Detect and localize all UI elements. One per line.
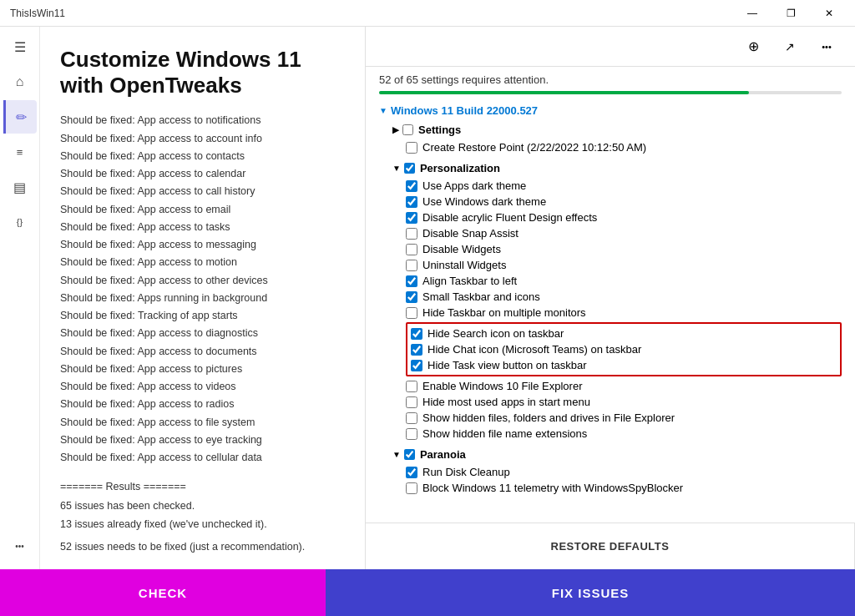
- sidebar-home[interactable]: ⌂: [3, 65, 37, 98]
- setting-item: Small Taskbar and icons: [379, 289, 842, 305]
- issue-item: Should be fixed: App access to tasks: [60, 219, 345, 236]
- issue-item: Should be fixed: App access to messaging: [60, 236, 345, 254]
- left-panel: Customize Windows 11with OpenTweaks Shou…: [40, 27, 366, 569]
- results-line4: 52 issues needs to be fixed (just a reco…: [60, 538, 345, 557]
- window-controls: — ❐ ✕: [733, 0, 848, 27]
- results-header: ======= Results =======: [60, 477, 345, 497]
- setting-item: Enable Windows 10 File Explorer: [379, 378, 842, 394]
- setting-item: Disable Snap Assist: [379, 225, 842, 241]
- paranoia-section-header[interactable]: ▼Paranoia: [379, 445, 842, 464]
- setting-item: Hide Chat icon (Microsoft Teams) on task…: [411, 341, 837, 357]
- sidebar-code[interactable]: {}: [3, 205, 37, 239]
- share-button[interactable]: ↗: [775, 32, 805, 62]
- issue-item: Should be fixed: App access to cellular …: [60, 449, 345, 464]
- add-button[interactable]: ⊕: [738, 32, 768, 62]
- issue-item: Should be fixed: App access to documents: [60, 343, 345, 361]
- issue-item: Should be fixed: App access to file syst…: [60, 414, 345, 432]
- setting-item: Run Disk Cleanup: [379, 464, 842, 480]
- results-line1: 65 issues has been checked.: [60, 497, 345, 516]
- setting-item: Use Apps dark theme: [379, 178, 842, 194]
- app-heading: Customize Windows 11with OpenTweaks: [60, 47, 345, 98]
- issue-item: Should be fixed: App access to email: [60, 201, 345, 219]
- sidebar-more[interactable]: •••: [3, 529, 37, 563]
- issues-list: Should be fixed: App access to notificat…: [60, 112, 345, 464]
- fix-issues-button[interactable]: FIX ISSUES: [326, 569, 855, 616]
- icon-sidebar: ☰ ⌂ ✏ ≡ ▤ {} •••: [0, 27, 40, 569]
- setting-item: Hide Taskbar on multiple monitors: [379, 305, 842, 321]
- issue-item: Should be fixed: App access to radios: [60, 396, 345, 413]
- setting-item: Disable acrylic Fluent Design effects: [379, 210, 842, 225]
- sidebar-hamburger[interactable]: ☰: [3, 30, 37, 63]
- more-button[interactable]: •••: [812, 32, 842, 62]
- setting-item: Uninstall Widgets: [379, 257, 842, 273]
- settings-section-header[interactable]: ▶Settings: [379, 120, 842, 139]
- right-panel: ⊕ ↗ ••• 52 of 65 settings requires atten…: [366, 27, 855, 569]
- sidebar-list[interactable]: ≡: [3, 135, 37, 169]
- issue-item: Should be fixed: App access to diagnosti…: [60, 325, 345, 342]
- app-title: ThisIsWin11: [10, 8, 65, 19]
- app-body: ☰ ⌂ ✏ ≡ ▤ {} ••• Customize Windows 11wit…: [0, 27, 855, 569]
- close-button[interactable]: ✕: [810, 0, 848, 27]
- bottom-bar: RESTORE DEFAULTS: [366, 523, 855, 569]
- issue-item: Should be fixed: App access to motion: [60, 254, 345, 271]
- issue-item: Should be fixed: App access to account i…: [60, 130, 345, 148]
- check-button[interactable]: CHECK: [0, 569, 326, 616]
- sidebar-archive[interactable]: ▤: [3, 170, 37, 204]
- maximize-button[interactable]: ❐: [772, 0, 810, 27]
- app-bottom-buttons: CHECK FIX ISSUES: [0, 569, 855, 616]
- results-section: ======= Results ======= 65 issues has be…: [60, 477, 345, 556]
- setting-item: Hide Search icon on taskbar: [411, 326, 837, 341]
- setting-item: Use Windows dark theme: [379, 194, 842, 210]
- status-text: 52 of 65 settings requires attention.: [379, 73, 842, 86]
- restore-defaults-button[interactable]: RESTORE DEFAULTS: [366, 523, 855, 569]
- issue-item: Should be fixed: App access to calendar: [60, 165, 345, 183]
- minimize-button[interactable]: —: [733, 0, 772, 27]
- setting-item: Hide most used apps in start menu: [379, 394, 842, 410]
- titlebar: ThisIsWin11 — ❐ ✕: [0, 0, 855, 27]
- setting-item: Align Taskbar to left: [379, 273, 842, 289]
- status-bar: 52 of 65 settings requires attention.: [366, 67, 855, 94]
- setting-item: Hide Task view button on taskbar: [411, 357, 837, 373]
- issue-item: Should be fixed: Tracking of app starts: [60, 307, 345, 325]
- setting-item: Block Windows 11 telemetry with WindowsS…: [379, 480, 842, 496]
- highlighted-settings-box: Hide Search icon on taskbarHide Chat ico…: [406, 322, 842, 376]
- issue-item: Should be fixed: App access to videos: [60, 378, 345, 396]
- right-header: ⊕ ↗ •••: [366, 27, 855, 67]
- issue-item: Should be fixed: App access to other dev…: [60, 272, 345, 290]
- setting-item: Show hidden files, folders and drives in…: [379, 410, 842, 426]
- personalization-section-header[interactable]: ▼Personalization: [379, 159, 842, 178]
- header-actions: ⊕ ↗ •••: [738, 32, 842, 62]
- issue-item: Should be fixed: App access to call hist…: [60, 183, 345, 200]
- setting-item: Create Restore Point (2/22/2022 10:12:50…: [379, 139, 842, 155]
- setting-item: Show hidden file name extensions: [379, 426, 842, 442]
- issue-item: Should be fixed: App access to pictures: [60, 361, 345, 378]
- setting-item: Disable Widgets: [379, 241, 842, 257]
- win11-link[interactable]: ▼Windows 11 Build 22000.527: [379, 101, 842, 120]
- results-line2: 13 issues already fixed (we've unchecked…: [60, 515, 345, 534]
- issue-item: Should be fixed: App access to contacts: [60, 148, 345, 165]
- settings-scroll[interactable]: ▼Windows 11 Build 22000.527▶SettingsCrea…: [366, 94, 855, 523]
- issue-item: Should be fixed: App access to eye track…: [60, 432, 345, 449]
- issue-item: Should be fixed: Apps running in backgro…: [60, 290, 345, 307]
- sidebar-pencil[interactable]: ✏: [3, 100, 37, 134]
- issue-item: Should be fixed: App access to notificat…: [60, 112, 345, 129]
